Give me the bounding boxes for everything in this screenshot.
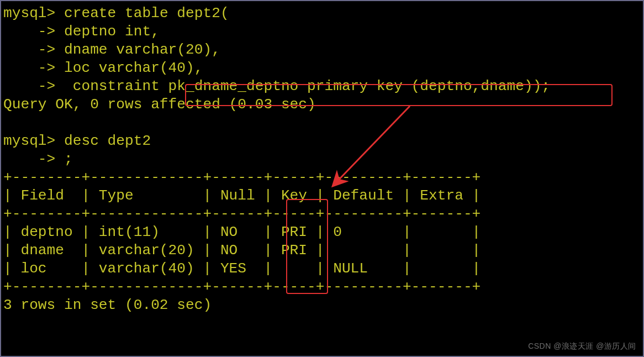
table-rule-top: +--------+-------------+------+-----+---… (3, 169, 481, 186)
cont-prompt: -> (3, 60, 55, 76)
prompt: mysql> (3, 5, 55, 22)
result-create: Query OK, 0 rows affected (0.03 sec) (3, 96, 316, 113)
result-desc: 3 rows in set (0.02 sec) (3, 297, 212, 313)
cmd-desc-l2: ; (55, 151, 72, 167)
cmd-create-l5: constraint pk_dname_deptno primary key (… (55, 78, 550, 95)
table-row: | dname | varchar(20) | NO | PRI | | | (3, 242, 481, 259)
terminal-output: mysql> create table dept2( -> deptno int… (3, 4, 641, 314)
prompt: mysql> (3, 133, 55, 149)
cmd-create-l4: loc varchar(40), (55, 60, 203, 76)
table-row: | deptno | int(11) | NO | PRI | 0 | | (3, 224, 481, 240)
cmd-desc-l1: desc dept2 (55, 133, 151, 149)
cmd-create-l1: create table dept2( (55, 5, 229, 22)
cont-prompt: -> (3, 151, 55, 167)
cont-prompt: -> (3, 78, 55, 95)
table-header: | Field | Type | Null | Key | Default | … (3, 187, 481, 204)
table-row: | loc | varchar(40) | YES | | NULL | | (3, 260, 481, 277)
mysql-terminal[interactable]: mysql> create table dept2( -> deptno int… (0, 0, 644, 357)
cont-prompt: -> (3, 41, 55, 58)
table-rule-mid: +--------+-------------+------+-----+---… (3, 206, 481, 222)
watermark-text: CSDN @浪迹天涯 @游历人间 (528, 342, 636, 351)
cmd-create-l2: deptno int, (55, 23, 160, 40)
table-rule-bot: +--------+-------------+------+-----+---… (3, 279, 481, 295)
cmd-create-l3: dname varchar(20), (55, 41, 220, 58)
cont-prompt: -> (3, 23, 55, 40)
